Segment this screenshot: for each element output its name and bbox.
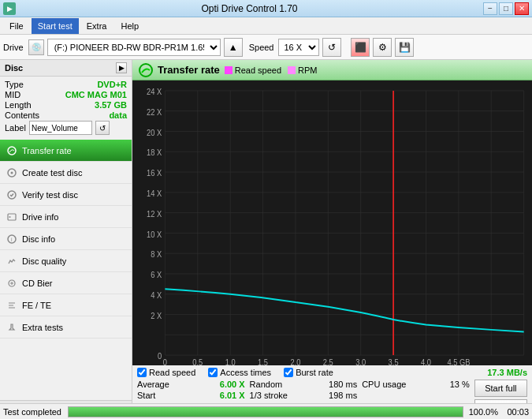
svg-text:2.0: 2.0 [290, 357, 300, 365]
stat-start: Start 6.01 X [137, 391, 245, 400]
svg-text:6 X: 6 X [151, 269, 162, 279]
svg-text:4.0: 4.0 [421, 357, 431, 365]
svg-text:0: 0 [163, 357, 167, 365]
nav-transfer-rate-label: Transfer rate [22, 146, 72, 155]
chart-container: 24 X 22 X 20 X 18 X 16 X 14 X 12 X 10 X … [132, 80, 532, 365]
svg-text:8 X: 8 X [151, 249, 162, 259]
disc-contents-val: data [109, 110, 127, 120]
legend-read-speed: Read speed [225, 65, 281, 75]
nav-item-verify-test-disc[interactable]: Verify test disc [0, 184, 132, 206]
svg-text:16 X: 16 X [147, 167, 162, 178]
chart-header-icon [139, 63, 153, 77]
menu-help[interactable]: Help [114, 18, 145, 34]
speed-label: Speed [249, 43, 274, 52]
chart-svg: 24 X 22 X 20 X 18 X 16 X 14 X 12 X 10 X … [132, 80, 532, 365]
nav-extra-tests-label: Extra tests [22, 323, 63, 332]
nav-cd-bier-label: CD Bier [22, 279, 53, 288]
window-controls: − □ ✕ [483, 2, 529, 15]
legend-rpm-label: RPM [298, 65, 317, 75]
legend-read-speed-color [225, 66, 233, 74]
stat-one-third-stroke-label: 1/3 stroke [250, 391, 288, 400]
settings-button[interactable]: ⚙ [373, 38, 392, 57]
checkbox-access-times: Access times [208, 368, 271, 377]
disc-info-icon: i [6, 234, 17, 245]
verify-test-disc-icon [6, 189, 17, 200]
svg-point-0 [8, 147, 16, 155]
svg-rect-10 [132, 80, 532, 365]
menu-start-test[interactable]: Start test [32, 18, 79, 34]
stat-cpu-usage-label: CPU usage [362, 380, 406, 389]
svg-text:0: 0 [158, 350, 162, 361]
menu-extra[interactable]: Extra [80, 18, 113, 34]
svg-text:4 X: 4 X [151, 290, 162, 300]
nav-item-transfer-rate[interactable]: Transfer rate [0, 140, 132, 162]
disc-collapse-button[interactable]: ▶ [116, 62, 127, 73]
menu-file[interactable]: File [3, 18, 30, 34]
stat-average-val: 6.00 X [206, 380, 245, 389]
svg-text:20 X: 20 X [147, 127, 162, 137]
svg-text:14 X: 14 X [147, 188, 162, 198]
stat-start-label: Start [137, 391, 155, 400]
disc-label-label: Label [5, 123, 26, 133]
stop-button[interactable]: ⬛ [351, 38, 370, 57]
disc-contents-row: Contents data [5, 110, 127, 120]
disc-label-refresh-button[interactable]: ↺ [95, 121, 110, 135]
stat-start-val: 6.01 X [206, 391, 245, 400]
svg-text:1.0: 1.0 [225, 357, 236, 365]
stat-random-val: 180 ms [318, 380, 357, 389]
legend-read-speed-label: Read speed [235, 65, 281, 75]
stat-cpu-usage-val: 13 % [430, 380, 470, 389]
save-button[interactable]: 💾 [395, 38, 414, 57]
disc-type-val: DVD+R [97, 80, 127, 89]
extra-tests-icon [6, 322, 17, 333]
chart-header: Transfer rate Read speed RPM [132, 60, 532, 80]
nav-item-fe-te[interactable]: FE / TE [0, 294, 132, 316]
menubar: File Start test Extra Help [0, 17, 532, 35]
checkboxes-row: Read speed Access times Burst rate 17.3 … [137, 368, 527, 377]
stat-average: Average 6.00 X [137, 380, 245, 389]
eject-button[interactable]: ▲ [224, 38, 243, 57]
app-icon: ▶ [3, 2, 16, 15]
stat-one-third-stroke: 1/3 stroke 198 ms [250, 391, 358, 400]
burst-rate-checkbox[interactable] [284, 368, 293, 377]
window-title: Opti Drive Control 1.70 [16, 3, 483, 14]
svg-point-2 [11, 171, 13, 174]
disc-length-val: 3.57 GB [95, 100, 127, 110]
nav-item-disc-info[interactable]: i Disc info [0, 228, 132, 250]
start-full-button[interactable]: Start full [474, 380, 527, 397]
maximize-button[interactable]: □ [499, 2, 513, 15]
legend-rpm: RPM [288, 65, 317, 75]
nav-item-create-test-disc[interactable]: Create test disc [0, 162, 132, 184]
svg-point-9 [140, 64, 152, 77]
fe-te-icon [6, 300, 17, 311]
nav-item-drive-info[interactable]: Drive info [0, 206, 132, 228]
read-speed-checkbox[interactable] [137, 368, 147, 377]
access-times-checkbox[interactable] [208, 368, 218, 377]
svg-text:22 X: 22 X [147, 107, 162, 117]
read-speed-checkbox-label: Read speed [149, 368, 195, 377]
svg-text:2 X: 2 X [151, 310, 162, 320]
disc-length-row: Length 3.57 GB [5, 100, 127, 110]
stat-random-label: Random [250, 380, 283, 389]
status-text: Test completed [3, 407, 61, 417]
disc-label-row: Label ↺ [5, 121, 127, 135]
svg-text:1.5: 1.5 [258, 357, 268, 365]
close-button[interactable]: ✕ [515, 2, 529, 15]
chart-legend: Read speed RPM [225, 65, 318, 75]
left-panel: Disc ▶ Type DVD+R MID CMC MAG M01 Length… [0, 60, 132, 419]
svg-text:12 X: 12 X [147, 208, 162, 219]
svg-text:18 X: 18 X [147, 147, 162, 157]
minimize-button[interactable]: − [483, 2, 497, 15]
nav-item-extra-tests[interactable]: Extra tests [0, 316, 132, 339]
nav-item-cd-bier[interactable]: CD Bier [0, 272, 132, 294]
chart-title: Transfer rate [158, 64, 220, 76]
nav-verify-test-disc-label: Verify test disc [22, 190, 78, 200]
disc-label-input[interactable] [29, 121, 92, 135]
legend-rpm-color [288, 66, 296, 74]
checkbox-read-speed: Read speed [137, 368, 195, 377]
speed-select[interactable]: 16 X [278, 39, 319, 56]
refresh-button[interactable]: ↺ [322, 38, 341, 57]
drive-select[interactable]: (F:) PIONEER BD-RW BDR-PR1M 1.65 [47, 39, 221, 56]
toolbar: Drive 💿 (F:) PIONEER BD-RW BDR-PR1M 1.65… [0, 35, 532, 60]
nav-item-disc-quality[interactable]: Disc quality [0, 250, 132, 272]
